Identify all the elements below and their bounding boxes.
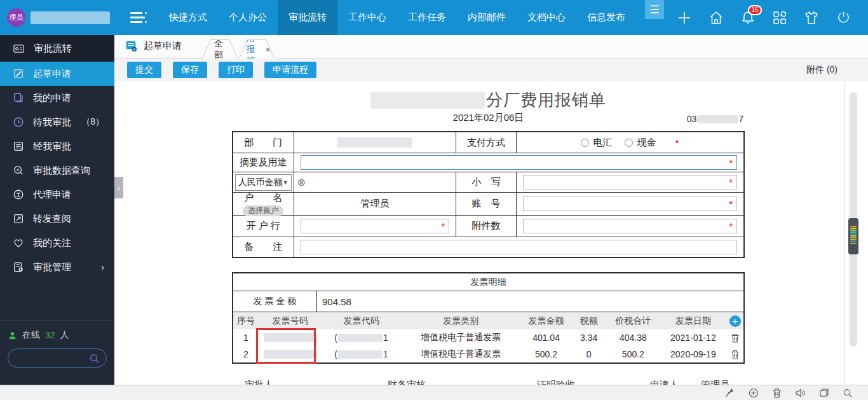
online-status: 在线 32 人 [8,329,107,341]
required-mark: * [729,198,733,209]
invoice-row: 1 ( 1 增值税电子普通发票 401.04 3.34 404.38 2021-… [233,329,743,346]
code-suffix: 1 [383,349,388,359]
notifications-bell-icon[interactable]: 16 [740,10,756,26]
home-icon[interactable] [708,10,724,26]
dept-value-redacted [337,137,412,148]
sidebar-search-box [8,348,107,368]
nav-item-work-tasks[interactable]: 工作任务 [397,0,457,35]
invoice-type: 增值税电子普通发票 [401,348,521,360]
account-name-label: 户 名 [244,192,282,204]
radio-wire-transfer[interactable] [581,139,589,147]
nav-item-approval-flow[interactable]: 审批流转 [278,0,337,35]
sidebar-toggle-icon[interactable] [130,11,147,24]
user-avatar[interactable]: 理员 [7,8,25,27]
data-query-icon [13,165,24,176]
nav-item-internal-mail[interactable]: 内部邮件 [457,0,517,35]
summary-input[interactable] [301,156,736,169]
account-no-input[interactable] [524,197,736,210]
attach-count-input[interactable] [524,219,736,233]
tab-expense-form[interactable]: 费用报销单 × [239,39,275,59]
approved-list-icon [13,141,24,152]
nav-item-personal-office[interactable]: 个人办公 [218,0,278,35]
apps-grid-icon[interactable] [771,10,788,26]
sidebar-collapse-handle[interactable]: › [114,177,123,198]
flow-button[interactable]: 申请流程 [264,62,316,78]
management-icon [13,261,24,273]
sidebar-item-my-applications[interactable]: 我的申请 [0,86,114,110]
approval-flow-icon [13,43,25,55]
required-mark: * [729,221,733,231]
sidebar-module-label: 审批流转 [34,43,72,55]
invoice-no-redacted [264,350,317,359]
row-seq: 2 [233,349,259,359]
logout-power-icon[interactable] [835,10,851,26]
add-invoice-row-button[interactable]: + [729,315,741,327]
sidebar-item-proxy-application[interactable]: 代理申请 [0,183,114,207]
amount-input[interactable] [524,176,736,189]
form-title: 分厂费用报销单 [232,89,745,111]
tab-close-icon[interactable]: × [264,45,271,55]
sidebar-item-approval-management[interactable]: 审批管理 › [0,255,114,279]
account-name-value: 管理员 [294,193,456,215]
search-icon[interactable] [843,388,853,398]
signature-row: 审批人 财务审核 证明验收 申请人 管理员 [232,379,745,385]
nav-item-shortcuts[interactable]: 快捷方式 [158,0,218,35]
attachments-link[interactable]: 附件 (0) [806,64,837,76]
forward-icon [13,213,24,224]
remark-input[interactable] [301,240,736,254]
invoice-total: 500.2 [606,349,660,359]
amount-words-symbol: ⊗ [294,176,456,188]
dept-label: 部 门 [233,132,294,153]
bank-label: 开 户 行 [233,216,294,237]
applicant-value: 管理员 [701,379,729,385]
nav-more-menu-icon[interactable]: ☰ [645,0,664,19]
pay-method-label: 支付方式 [456,132,516,153]
approver-label: 审批人 [245,379,273,385]
sidebar-item-label: 审批管理 [33,261,71,273]
col-invoice-amount: 发票金额 [521,315,572,327]
main-nav: 快捷方式 个人办公 审批流转 工作中心 工作任务 内部邮件 文档中心 信息发布 … [158,0,664,35]
sidebar-item-forward-review[interactable]: 转发查阅 [0,207,114,231]
add-circle-icon[interactable] [749,388,759,398]
trash-icon[interactable] [772,388,782,398]
invoice-amount-value: 904.58 [317,291,743,312]
window-icon[interactable] [819,388,829,398]
sidebar-item-my-follow[interactable]: 我的关注 [0,231,114,255]
save-button[interactable]: 保存 [173,62,207,78]
new-plus-icon[interactable] [676,10,693,26]
search-icon[interactable] [89,353,100,364]
delete-row-icon[interactable] [726,333,743,343]
bank-input-box: * [301,219,450,233]
sidebar-item-draft-application[interactable]: 起草申请 [0,62,114,86]
scrollbar-thumb[interactable] [848,218,858,254]
sidebar-item-approval-data-query[interactable]: 审批数据查询 [0,158,114,183]
sidebar-item-pending-my-approval[interactable]: 待我审批 （8） [0,110,114,134]
required-mark: * [729,177,733,188]
sidebar-item-approved-by-me[interactable]: 经我审批 [0,134,114,158]
sidebar-item-label: 代理申请 [33,189,71,201]
rocket-icon[interactable] [725,388,735,398]
pick-account-button[interactable]: 选择账户 [243,205,283,216]
sidebar-item-label: 审批数据查询 [33,165,90,177]
nav-item-work-center[interactable]: 工作中心 [337,0,397,35]
radio-cash[interactable] [625,139,633,147]
submit-button[interactable]: 提交 [127,62,161,78]
expense-form: 分厂费用报销单 2021年02月06日 03 7 部 门 支付方式 [232,89,745,385]
currency-amount-select[interactable]: 人民币金额 ▼ [235,174,292,191]
bank-input[interactable] [301,219,449,233]
required-mark: * [675,137,679,148]
code-suffix: 1 [383,333,388,343]
top-navigation-bar: 理员 快捷方式 个人办公 审批流转 工作中心 工作任务 内部邮件 文档中心 信息… [0,0,868,35]
tab-all[interactable]: 全部 [202,39,238,59]
speaker-icon[interactable] [795,388,806,398]
nav-item-info-publish[interactable]: 信息发布 [576,0,636,35]
nav-item-document-center[interactable]: 文档中心 [517,0,576,35]
sidebar-module-approval-flow[interactable]: 审批流转 [0,35,114,62]
attach-count-input-box: * [523,219,737,233]
delete-row-icon[interactable] [726,350,743,359]
sidebar-item-label: 我的申请 [33,92,71,104]
print-button[interactable]: 打印 [219,62,253,78]
sidebar-search-input[interactable] [15,354,89,363]
invoice-code-redacted [338,350,383,359]
theme-shirt-icon[interactable] [803,10,820,26]
